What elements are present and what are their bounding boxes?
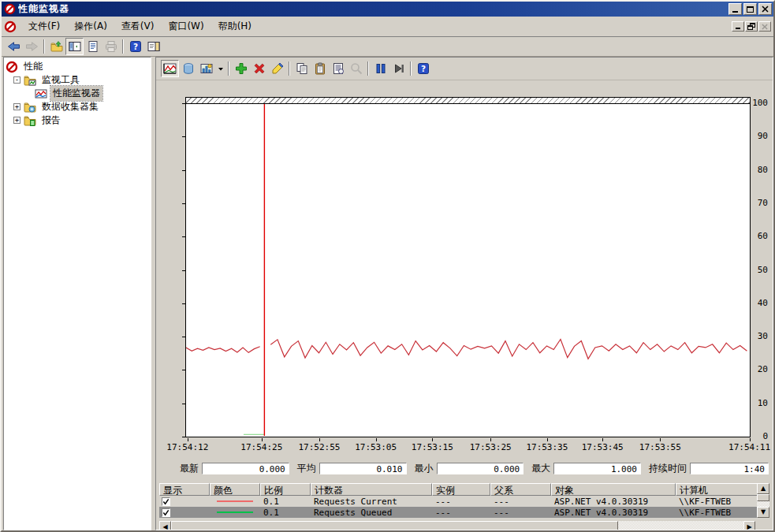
menu-help[interactable]: 帮助(H) — [211, 17, 259, 36]
legend-vertical-scrollbar[interactable]: ▲ ▼ — [757, 483, 769, 518]
x-tick-label: 17:53:45 — [582, 442, 624, 452]
average-value: 0.010 — [319, 463, 407, 474]
forward-icon — [25, 40, 39, 53]
latest-value: 0.000 — [202, 463, 289, 474]
graph-type-icon — [200, 62, 213, 75]
graph-type-dropdown-button[interactable] — [215, 60, 225, 77]
legend-cell-computer: \\KF-FTWEB — [676, 507, 760, 518]
action-pane-icon — [147, 40, 160, 53]
back-button[interactable] — [5, 38, 23, 55]
up-level-button[interactable] — [47, 38, 65, 55]
export-list-button[interactable] — [84, 38, 102, 55]
legend-column-header[interactable]: 颜色 — [210, 483, 260, 496]
latest-label: 最新 — [180, 462, 199, 475]
expand-expander-icon[interactable]: + — [13, 117, 20, 124]
properties-button[interactable] — [329, 60, 347, 77]
help-button[interactable]: ? — [126, 38, 144, 55]
change-graph-type-button[interactable] — [197, 60, 215, 77]
tree-node-data-collector-sets[interactable]: + 数据收集器集 — [6, 100, 151, 113]
perfmon-app-icon — [4, 3, 16, 15]
x-tick-label: 17:54:12 — [166, 442, 208, 452]
show-action-pane-button[interactable] — [144, 38, 162, 55]
add-counter-button[interactable] — [232, 60, 250, 77]
chevron-down-icon — [218, 62, 224, 75]
copy-properties-button[interactable] — [292, 60, 311, 77]
collector-folder-icon — [24, 101, 36, 113]
console-tree-icon — [69, 40, 81, 53]
series-requests-current — [270, 339, 747, 359]
help-button[interactable]: ? — [414, 60, 432, 77]
average-label: 平均 — [297, 462, 316, 475]
scroll-left-button[interactable]: ◀ — [159, 521, 171, 530]
menu-action[interactable]: 操作(A) — [67, 17, 114, 36]
add-icon — [235, 62, 248, 75]
maximize-button[interactable] — [743, 3, 757, 15]
legend-column-header[interactable]: 实例 — [432, 483, 490, 496]
freeze-display-button[interactable] — [371, 60, 389, 77]
minimize-button[interactable] — [728, 3, 742, 15]
legend-column-header[interactable]: 父系 — [490, 483, 551, 496]
paste-counter-list-button[interactable] — [311, 60, 329, 77]
legend-row[interactable]: 0.1Requests Current------ASP.NET v4.0.30… — [159, 496, 757, 507]
legend-column-header[interactable]: 计算机 — [676, 483, 760, 496]
duration-label: 持续时间 — [649, 462, 687, 475]
menu-file[interactable]: 文件(F) — [21, 17, 67, 36]
legend-cell-instance: --- — [432, 496, 490, 507]
chart-canvas — [186, 98, 750, 437]
mdi-minimize-button[interactable] — [732, 21, 744, 32]
tree-node-performance[interactable]: 性能 — [6, 60, 151, 73]
x-tick-label: 17:54:11 — [728, 442, 770, 452]
x-tick-mark — [602, 438, 603, 441]
minimum-value: 0.000 — [437, 463, 524, 474]
show-console-tree-button[interactable] — [65, 38, 84, 55]
scroll-down-button[interactable]: ▼ — [757, 507, 769, 518]
view-log-data-button[interactable] — [179, 60, 197, 77]
x-tick-label: 17:53:05 — [355, 442, 397, 452]
mdi-close-button[interactable] — [758, 21, 771, 32]
x-tick-label: 17:53:15 — [412, 442, 453, 452]
x-tick-mark — [490, 438, 491, 441]
performance-chart-icon — [35, 87, 47, 100]
x-tick-label: 17:54:25 — [240, 442, 282, 452]
zoom-button — [347, 60, 365, 77]
plot-area[interactable] — [185, 97, 751, 437]
print-icon — [105, 40, 117, 53]
scroll-up-button[interactable]: ▲ — [757, 483, 769, 494]
counter-visible-checkbox[interactable] — [162, 497, 170, 506]
legend-row[interactable]: 0.1Requests Queued------ASP.NET v4.0.303… — [159, 507, 757, 518]
tools-folder-icon — [24, 74, 36, 87]
x-tick-label: 17:52:55 — [298, 442, 340, 452]
legend-column-header[interactable]: 比例 — [260, 483, 311, 496]
tree-node-reports[interactable]: + 报告 — [6, 113, 151, 127]
mmc-toolbar: ? — [2, 37, 773, 57]
highlight-button[interactable] — [268, 60, 286, 77]
menu-window[interactable]: 窗口(W) — [161, 17, 211, 36]
legend-horizontal-scrollbar[interactable]: ◀ ▶ — [159, 521, 755, 530]
menu-bar: 文件(F) 操作(A) 查看(V) 窗口(W) 帮助(H) — [2, 17, 773, 37]
tree-node-monitoring-tools[interactable]: - 监视工具 — [6, 73, 151, 87]
view-current-activity-button[interactable] — [161, 60, 179, 77]
scroll-thumb[interactable] — [757, 494, 769, 501]
counter-visible-checkbox[interactable] — [162, 508, 170, 517]
mdi-restore-button[interactable] — [745, 21, 758, 32]
tree-node-performance-monitor[interactable]: 性能监视器 — [6, 87, 151, 100]
report-folder-icon — [24, 114, 36, 127]
perfmon-menu-icon — [4, 20, 17, 33]
legend-column-header[interactable]: 显示 — [159, 483, 210, 496]
scroll-right-button[interactable]: ▶ — [743, 521, 755, 530]
console-tree: 性能 - 监视工具 性能监视器 + 数据收集器集 — [3, 57, 151, 530]
legend-column-header[interactable]: 计数器 — [311, 483, 432, 496]
scroll-thumb[interactable] — [171, 521, 618, 530]
expand-expander-icon[interactable]: + — [13, 103, 20, 110]
menu-view[interactable]: 查看(V) — [114, 17, 162, 36]
collapse-expander-icon[interactable]: - — [13, 76, 20, 84]
update-data-button[interactable] — [389, 60, 408, 77]
toolbar-separator — [410, 61, 412, 76]
close-button[interactable] — [758, 3, 772, 15]
delete-counter-button[interactable] — [250, 60, 268, 77]
legend-column-header[interactable]: 对象 — [551, 483, 676, 496]
counter-color-sample — [217, 512, 253, 513]
x-tick-mark — [432, 438, 433, 441]
x-tick-mark — [750, 438, 751, 441]
svg-text:?: ? — [132, 42, 137, 51]
